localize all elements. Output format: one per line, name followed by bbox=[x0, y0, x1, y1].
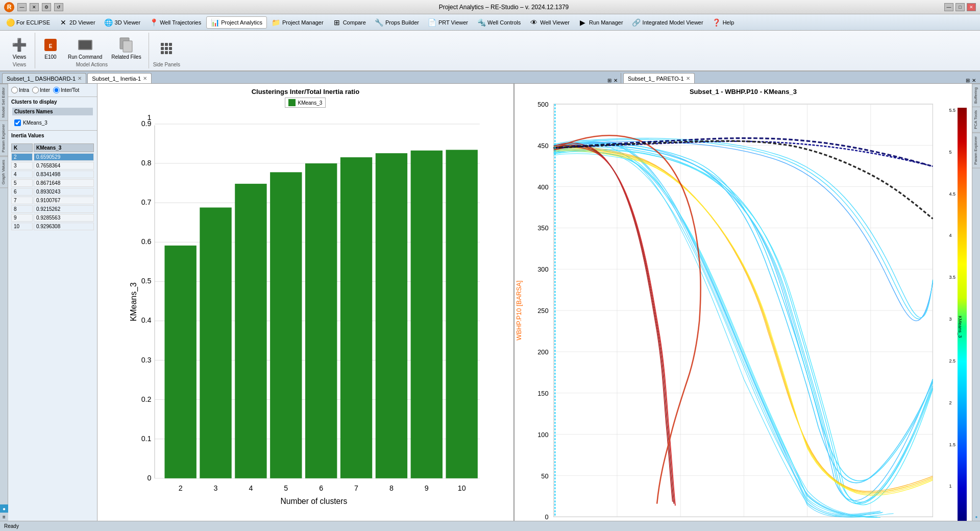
menu-3d-viewer[interactable]: 🌐 3D Viewer bbox=[101, 17, 145, 28]
radio-intertot-input[interactable] bbox=[53, 87, 60, 93]
clusters-col-header: Clusters Names bbox=[12, 108, 93, 115]
svg-rect-32 bbox=[305, 163, 337, 478]
toolbar-model-actions-group: E E100 Run Command bbox=[35, 33, 149, 68]
sidebar-tab-graph[interactable]: Graph Values bbox=[0, 156, 8, 188]
run-command-button[interactable]: Run Command bbox=[65, 35, 105, 61]
window-minimize-btn[interactable]: — bbox=[944, 3, 953, 11]
inertia-label: Inertia Values bbox=[8, 131, 97, 140]
svg-text:10: 10 bbox=[458, 484, 466, 492]
titlebar-left: R — ✕ ⚙ ↺ bbox=[4, 2, 63, 12]
menu-props-builder[interactable]: 🔧 Props Builder bbox=[371, 17, 423, 28]
settings-btn[interactable]: ⚙ bbox=[42, 3, 51, 11]
sidebar-tab-filter[interactable]: ≡ bbox=[0, 513, 8, 521]
table-row: 20.6590529 bbox=[11, 153, 94, 161]
tab-inertia-label: Subset_1_ Inertia-1 bbox=[92, 76, 141, 82]
left-sidebar: Model Set Editor Param Explorer Graph Va… bbox=[0, 84, 8, 521]
right-panel-float-btn[interactable]: ⊞ bbox=[966, 78, 970, 83]
colorbar-label-5: 5 bbox=[949, 150, 955, 155]
sidebar-tab-model-set[interactable]: Model Set Editor bbox=[0, 84, 8, 120]
e100-icon: E bbox=[42, 37, 59, 53]
app-icon: R bbox=[4, 2, 14, 12]
right-sidebar-buffering[interactable]: Buffering bbox=[972, 84, 980, 107]
right-sidebar: Buffering PCA Tools Param Explorer ● bbox=[972, 84, 980, 521]
menu-project-manager[interactable]: 📁 Project Manager bbox=[268, 17, 328, 28]
inertia-values-section: K KMeans_3 20.659052930.765836440.834149… bbox=[8, 140, 97, 521]
tab-dashboard-close[interactable]: ✕ bbox=[78, 76, 82, 81]
tab-inertia-close[interactable]: ✕ bbox=[143, 76, 147, 81]
props-icon: 🔧 bbox=[375, 18, 383, 27]
menu-project-analytics[interactable]: 📊 Project Analytics bbox=[206, 16, 267, 29]
kmeans-checkbox[interactable] bbox=[14, 119, 21, 126]
svg-text:7: 7 bbox=[354, 484, 358, 492]
menu-well-viewer[interactable]: 👁 Well Viewer bbox=[526, 17, 574, 28]
window-close-btn[interactable]: ✕ bbox=[967, 3, 976, 11]
colorbar-label-3: 3 bbox=[949, 317, 955, 322]
titlebar-controls: — □ ✕ bbox=[944, 3, 976, 11]
tab-pareto-close[interactable]: ✕ bbox=[686, 76, 690, 81]
toolbar-side-panels-group: Side Panels bbox=[149, 33, 184, 68]
inertia-body: 20.659052930.765836440.834149850.8671648… bbox=[11, 153, 94, 230]
right-panel-close-btn[interactable]: ✕ bbox=[972, 78, 976, 83]
side-panels-icon bbox=[158, 40, 175, 57]
menu-2d-label: 2D Viewer bbox=[69, 19, 95, 26]
info-btn[interactable]: ↺ bbox=[54, 3, 63, 11]
related-files-label: Related Files bbox=[111, 54, 141, 60]
table-row: 30.7658364 bbox=[11, 162, 94, 170]
radio-inter-input[interactable] bbox=[32, 87, 39, 93]
radio-inter[interactable]: Inter bbox=[32, 87, 50, 93]
svg-text:4: 4 bbox=[249, 484, 253, 492]
svg-text:E: E bbox=[49, 43, 53, 49]
menu-integrated[interactable]: 🔗 Integrated Model Viewer bbox=[628, 17, 707, 28]
side-panels-button[interactable] bbox=[155, 39, 178, 58]
e100-button[interactable]: E E100 bbox=[39, 35, 62, 61]
svg-rect-34 bbox=[376, 153, 407, 478]
svg-text:0.7: 0.7 bbox=[141, 198, 152, 206]
menu-3d-label: 3D Viewer bbox=[115, 19, 141, 26]
svg-text:0.8: 0.8 bbox=[141, 159, 152, 167]
model-actions-label: Model Actions bbox=[76, 62, 108, 68]
eclipse-icon: 🟡 bbox=[6, 18, 14, 27]
svg-rect-31 bbox=[270, 172, 302, 478]
radio-intra[interactable]: Intra bbox=[11, 87, 29, 93]
radio-intra-input[interactable] bbox=[11, 87, 18, 93]
kmeans-check[interactable]: KMeans_3 bbox=[14, 119, 91, 126]
menu-2d-viewer[interactable]: ✕ 2D Viewer bbox=[55, 17, 100, 28]
titlebar-title: Project Analytics – RE-Studio – v. 2024.… bbox=[63, 4, 944, 11]
menu-prt-viewer[interactable]: 📄 PRT Viewer bbox=[424, 17, 472, 28]
menu-run-manager[interactable]: ▶ Run Manager bbox=[575, 17, 627, 28]
related-files-button[interactable]: Related Files bbox=[108, 35, 144, 61]
radio-section: Intra Inter Inter/Tot bbox=[8, 84, 97, 97]
sidebar-tab-param[interactable]: Param Explorer bbox=[0, 120, 8, 156]
svg-text:0.5: 0.5 bbox=[141, 277, 152, 285]
svg-rect-28 bbox=[164, 246, 196, 478]
svg-text:0.3: 0.3 bbox=[141, 355, 152, 364]
right-sidebar-param[interactable]: Param Explorer bbox=[972, 133, 980, 168]
left-panel-close-btn[interactable]: ✕ bbox=[614, 78, 618, 83]
right-sidebar-pca[interactable]: PCA Tools bbox=[972, 107, 980, 133]
analytics-icon: 📊 bbox=[211, 18, 219, 27]
run-command-label: Run Command bbox=[68, 54, 102, 60]
right-chart-title: Subset_1 - WBHP.P10 - KMeans_3 bbox=[514, 84, 972, 98]
menu-for-eclipse[interactable]: 🟡 For ECLIPSE bbox=[2, 17, 54, 28]
tab-pareto[interactable]: Subset_1_ PARETO-1 ✕ bbox=[623, 73, 695, 83]
related-files-icon bbox=[118, 37, 134, 53]
tab-inertia[interactable]: Subset_1_ Inertia-1 ✕ bbox=[87, 73, 152, 83]
minimize-btn[interactable]: — bbox=[17, 3, 27, 11]
right-sidebar-dot[interactable]: ● bbox=[972, 513, 980, 521]
tab-dashboard[interactable]: Subset_1_ DASHBOARD-1 ✕ bbox=[2, 73, 86, 83]
radio-intertot[interactable]: Inter/Tot bbox=[53, 87, 79, 93]
svg-text:5: 5 bbox=[284, 484, 288, 492]
left-chart-wrapper: Clusterings Inter/Total Inertia ratio KM… bbox=[97, 84, 514, 521]
views-button[interactable]: ➕ Views bbox=[8, 35, 31, 61]
menu-well-controls[interactable]: 🔩 Well Controls bbox=[473, 17, 525, 28]
menu-compare[interactable]: ⊞ Compare bbox=[329, 17, 370, 28]
menu-help-label: Help bbox=[723, 19, 734, 26]
sidebar-tab-icon[interactable]: ● bbox=[0, 504, 8, 513]
left-chart-svg: 0 0.1 0.2 0.3 0.4 0.5 0.6 0.7 0.8 0.9 1 bbox=[128, 112, 493, 505]
menu-help[interactable]: ❓ Help bbox=[708, 17, 739, 28]
menu-well-traj[interactable]: 📍 Well Trajectories bbox=[145, 17, 205, 28]
restore-btn[interactable]: ✕ bbox=[30, 3, 39, 11]
left-panel-float-btn[interactable]: ⊞ bbox=[607, 78, 611, 83]
window-maximize-btn[interactable]: □ bbox=[955, 3, 965, 11]
svg-text:2: 2 bbox=[179, 484, 183, 492]
